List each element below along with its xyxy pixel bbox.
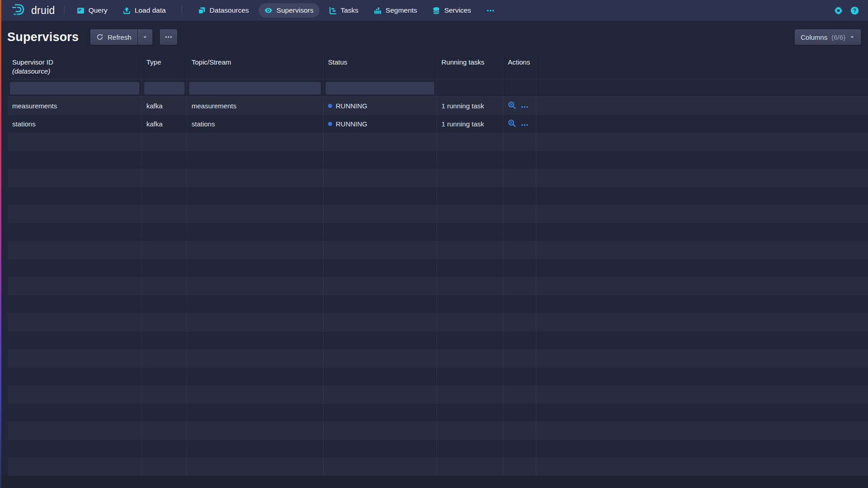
services-icon — [432, 7, 440, 14]
empty-cell — [503, 278, 536, 295]
column-header-type[interactable]: Type — [141, 53, 187, 79]
empty-row — [8, 313, 868, 331]
search-icon — [508, 101, 516, 111]
cell-filler — [536, 115, 868, 133]
filter-input-type[interactable] — [144, 81, 185, 95]
empty-cell — [8, 205, 141, 223]
empty-cell — [8, 133, 141, 151]
column-header-status[interactable]: Status — [323, 53, 436, 79]
nav-item-load-data[interactable]: Load data — [117, 3, 172, 18]
cell-topic-stream: stations — [187, 115, 323, 133]
empty-cell — [187, 458, 323, 476]
columns-button-label: Columns — [801, 33, 827, 41]
cell-supervisor-id: stations — [8, 115, 141, 133]
nav-divider — [64, 6, 65, 15]
empty-cell-filler — [536, 422, 868, 440]
topic-stream-value: stations — [192, 120, 215, 128]
supervisor-detail-button[interactable] — [508, 119, 516, 129]
empty-cell — [436, 440, 503, 458]
row-more-icon — [521, 102, 528, 110]
empty-cell-filler — [536, 169, 868, 187]
empty-cell — [436, 223, 503, 241]
svg-text:?: ? — [853, 7, 856, 14]
refresh-button-label: Refresh — [108, 33, 131, 41]
cell-running-tasks: 1 running task — [436, 115, 503, 133]
empty-cell — [187, 278, 323, 295]
help-icon[interactable]: ? — [850, 6, 859, 15]
column-header-topic-stream[interactable]: Topic/Stream — [187, 53, 323, 79]
empty-cell — [503, 260, 536, 277]
empty-row — [8, 151, 868, 169]
empty-cell — [503, 242, 536, 259]
nav-item-supervisors[interactable]: Supervisors — [258, 3, 319, 18]
empty-cell — [503, 404, 536, 422]
filter-input-topic-stream[interactable] — [189, 81, 321, 95]
empty-cell — [141, 350, 187, 367]
below-table-area — [0, 476, 868, 488]
empty-cell — [8, 386, 141, 404]
empty-cell — [323, 187, 436, 205]
filter-input-supervisor-id[interactable] — [9, 81, 140, 95]
empty-cell — [141, 368, 187, 386]
segments-icon — [374, 7, 381, 14]
supervisor-actions-more-button[interactable] — [521, 102, 528, 110]
empty-cell — [187, 404, 323, 422]
empty-row — [8, 440, 868, 458]
empty-cell — [141, 133, 187, 151]
empty-cell — [8, 223, 141, 241]
empty-cell — [187, 205, 323, 223]
column-header-running-tasks[interactable]: Running tasks — [436, 53, 503, 79]
empty-cell — [436, 404, 503, 422]
tasks-icon — [329, 7, 337, 14]
empty-cell — [323, 205, 436, 223]
page-title: Supervisors — [7, 30, 79, 44]
nav-item-tasks[interactable]: Tasks — [323, 3, 365, 18]
empty-cell — [8, 350, 141, 367]
console-icon — [77, 7, 84, 14]
eye-icon — [264, 6, 272, 14]
empty-row — [8, 169, 868, 187]
empty-cell-filler — [536, 440, 868, 458]
column-header-actions[interactable]: Actions — [503, 53, 536, 79]
empty-cell-filler — [536, 133, 868, 151]
nav-item-datasources[interactable]: Datasources — [192, 3, 255, 18]
empty-cell — [436, 368, 503, 386]
filter-input-status[interactable] — [325, 81, 435, 95]
nav-item-query[interactable]: Query — [71, 3, 113, 18]
nav-item-services[interactable]: Services — [427, 3, 477, 18]
empty-cell — [503, 151, 536, 169]
supervisor-actions-more-button[interactable] — [521, 120, 528, 128]
column-header-supervisor-id[interactable]: Supervisor ID(datasource) — [8, 53, 141, 79]
refresh-button[interactable]: Refresh — [90, 29, 137, 45]
empty-cell — [436, 133, 503, 151]
druid-logo-icon — [11, 3, 27, 18]
empty-row — [8, 404, 868, 422]
columns-visibility-button[interactable]: Columns (6/6) — [795, 29, 861, 45]
nav-item-label: Services — [444, 6, 471, 14]
gear-icon[interactable] — [834, 6, 843, 15]
empty-cell — [436, 332, 503, 349]
column-header-label: Topic/Stream — [192, 58, 231, 66]
view-toolbar: Supervisors Refresh Columns (6/6) — [0, 21, 868, 53]
nav-item-segments[interactable]: Segments — [368, 3, 423, 18]
column-header-label: Supervisor ID — [12, 58, 53, 66]
empty-row — [8, 223, 868, 241]
search-icon — [508, 119, 516, 129]
refresh-interval-dropdown-button[interactable] — [138, 29, 152, 45]
nav-item-more[interactable] — [481, 6, 500, 15]
supervisor-detail-button[interactable] — [508, 101, 516, 111]
column-header-label: Status — [328, 58, 347, 66]
nav-item-label: Segments — [385, 6, 417, 14]
empty-cell — [141, 458, 187, 476]
empty-cell — [187, 314, 323, 331]
toolbar-more-button[interactable] — [160, 29, 177, 45]
table-body: measurementskafkameasurementsRUNNING1 ru… — [8, 97, 868, 476]
empty-cell — [503, 314, 536, 331]
nav-divider — [182, 6, 182, 15]
empty-cell — [141, 242, 187, 259]
empty-cell — [436, 458, 503, 476]
status-value: RUNNING — [336, 120, 367, 128]
empty-cell — [8, 278, 141, 295]
empty-cell — [323, 332, 436, 349]
druid-logo[interactable]: druid — [11, 3, 55, 18]
